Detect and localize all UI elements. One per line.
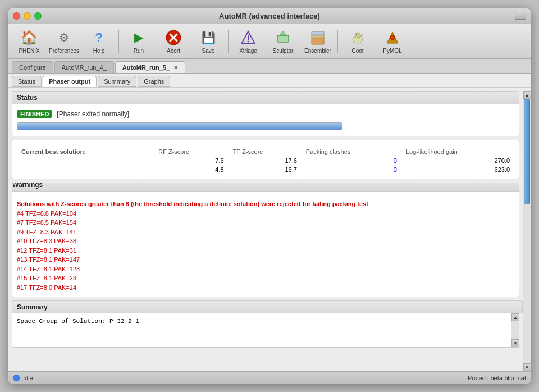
status-row: FINISHED [Phaser exited normally] [17,110,514,118]
toolbar-phenix-label: PHENIX [19,48,39,54]
warning-item-1: #4 TFZ=8.8 PAK=104 [17,209,514,218]
tab-configure[interactable]: Configure [12,61,53,73]
toolbar-save-label: Save [202,48,215,54]
status-header: Status [12,92,519,104]
tab-status[interactable]: Status [12,76,42,87]
toolbar-ensembler[interactable]: Ensembler [302,26,334,57]
ensembler-icon [309,29,327,47]
toolbar-pymol-label: PyMOL [383,48,401,54]
toolbar-help-label: Help [93,48,105,54]
toolbar-save[interactable]: 💾 Save [192,26,225,57]
progress-bar [17,122,342,130]
preferences-icon: ⚙ [55,29,73,47]
summary-scroll-down[interactable]: ▼ [511,339,519,347]
tab-phaser-output[interactable]: Phaser output [43,76,97,87]
statusbar-project: Project: beta-blip_nat [468,375,526,381]
warning-item-9: #17 TFZ=8.0 PAK=14 [17,283,514,293]
maximize-button[interactable] [34,12,42,20]
minimize-button[interactable] [24,12,31,20]
warnings-section: Warnings Solutions with Z-scores greater… [12,183,519,297]
warnings-body: Solutions with Z-scores greater than 8 (… [12,195,519,297]
col-rf: RF Z-score [154,147,228,156]
summary-scroll-up[interactable]: ▲ [511,313,519,321]
toolbar-preferences-label: Preferences [49,48,79,54]
scroll-up-arrow[interactable]: ▲ [523,91,531,99]
table-row: 7.6 17.6 0 270.0 [17,156,514,165]
tab-graphs[interactable]: Graphs [138,76,170,87]
window-control-btn[interactable] [515,13,526,20]
toolbar-pymol[interactable]: PyMOL [376,26,409,57]
status-body: FINISHED [Phaser exited normally] [12,104,519,136]
sculptor-icon [274,29,292,47]
toolbar-sculptor-label: Sculptor [273,48,294,54]
toolbar: 🏠 PHENIX ⚙ Preferences ? Help ▶ Run Abor… [8,24,531,59]
scroll-thumb[interactable] [524,99,530,204]
table-row: 4.8 16.7 0 623.0 [17,165,514,174]
scroll-down-arrow[interactable]: ▼ [523,363,531,371]
toolbar-coot[interactable]: Coot [341,26,374,57]
row2-packing: 0 [302,165,401,174]
svg-point-14 [390,35,395,40]
toolbar-sep-3 [337,30,338,53]
svg-rect-6 [277,35,289,42]
svg-point-5 [248,41,249,43]
statusbar-status: Idle [23,375,33,381]
svg-point-13 [356,34,357,35]
svg-rect-8 [312,38,324,44]
svg-marker-7 [280,31,286,35]
svg-rect-10 [312,31,324,35]
toolbar-help[interactable]: ? Help [83,26,115,57]
col-tf: TF Z-score [229,147,302,156]
warning-item-4: #10 TFZ=8.3 PAK=38 [17,236,514,246]
col-llg: Log-likelihood gain [401,147,514,156]
toolbar-sep-1 [118,30,119,53]
solution-table: Current best solution: RF Z-score TF Z-s… [17,147,514,174]
summary-scroll: Space Group of Solution: P 32 2 1 ▲ ▼ [12,313,519,348]
main-scrollbar[interactable]: ▲ ▼ [523,91,531,371]
phenix-icon: 🏠 [20,29,38,47]
scroll-content: Status FINISHED [Phaser exited normally] [12,91,523,371]
toolbar-abort[interactable]: Abort [157,26,190,57]
warning-item-3: #9 TFZ=8.3 PAK=141 [17,227,514,237]
tab-run4[interactable]: AutoMR_run_4_ [54,61,114,73]
summary-header: Summary [12,300,523,313]
toolbar-sculptor[interactable]: Sculptor [267,26,299,57]
window-title: AutoMR (advanced interface) [219,12,320,20]
solution-label: Current best solution: [17,147,154,156]
status-section: Status FINISHED [Phaser exited normally] [12,91,519,136]
tab-run5[interactable]: AutoMR_run_5_ ✕ [115,61,185,73]
row2-tf: 16.7 [229,165,302,174]
warning-main-text: Solutions with Z-scores greater than 8 (… [17,199,514,209]
warnings-header: Warnings [12,183,519,192]
toolbar-run-label: Run [134,48,144,54]
run-tabs: Configure AutoMR_run_4_ AutoMR_run_5_ ✕ [8,59,531,74]
scroll-track[interactable] [523,99,531,363]
status-badge: FINISHED [17,110,52,118]
solution-section: Current best solution: RF Z-score TF Z-s… [12,140,519,179]
pymol-icon [383,29,401,47]
row1-packing: 0 [302,156,401,165]
summary-content: Space Group of Solution: P 32 2 1 [12,313,511,347]
row2-llg: 623.0 [401,165,514,174]
help-icon: ? [90,29,108,47]
progress-bar-fill [17,123,342,130]
toolbar-xtriage[interactable]: Xtriage [232,26,264,57]
col-packing: Packing clashes [302,147,401,156]
traffic-lights [13,12,42,20]
xtriage-icon [239,29,257,47]
toolbar-phenix[interactable]: 🏠 PHENIX [13,26,45,57]
toolbar-preferences[interactable]: ⚙ Preferences [48,26,80,57]
toolbar-xtriage-label: Xtriage [239,48,257,54]
toolbar-run[interactable]: ▶ Run [122,26,155,57]
warning-item-2: #7 TFZ=8.5 PAK=154 [17,218,514,227]
tab-summary[interactable]: Summary [98,76,136,87]
main-content: Status FINISHED [Phaser exited normally] [8,88,531,371]
warning-item-6: #13 TFZ=8.1 PAK=147 [17,255,514,265]
statusbar: Idle Project: beta-blip_nat [8,371,531,384]
close-button[interactable] [13,12,20,20]
summary-scrollbar: ▲ ▼ [511,313,519,347]
toolbar-coot-label: Coot [351,48,363,54]
tab-run5-close[interactable]: ✕ [173,65,178,71]
toolbar-abort-label: Abort [167,48,180,54]
warning-item-5: #12 TFZ=8.1 PAK=31 [17,246,514,256]
